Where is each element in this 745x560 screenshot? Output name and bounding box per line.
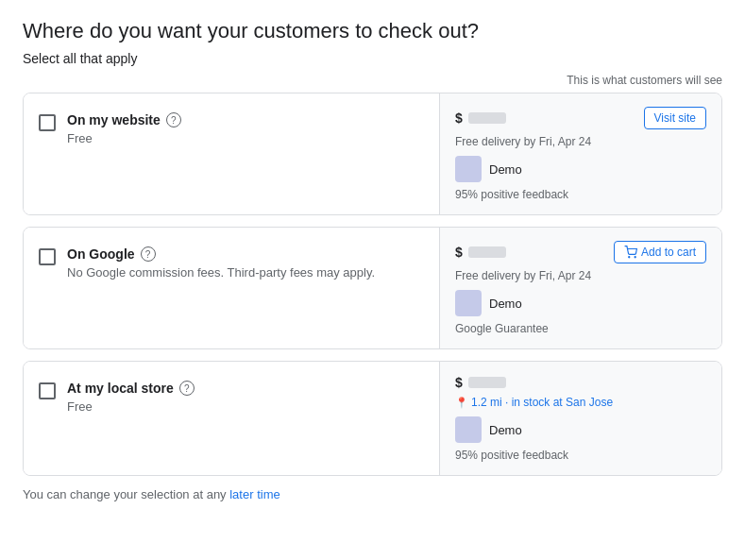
page-title: Where do you want your customers to chec… <box>23 19 722 43</box>
option-title-row-google: On Google ? <box>67 246 375 262</box>
visit-site-button[interactable]: Visit site <box>644 107 706 129</box>
price-row-google: $ <box>455 245 506 260</box>
option-text-google: On Google ? No Google commission fees. T… <box>67 246 375 280</box>
option-text-website: On my website ? Free <box>67 112 181 145</box>
feedback-text-website: 95% positive feedback <box>455 188 706 201</box>
preview-top-row-local: $ <box>455 375 706 390</box>
option-left-local: At my local store ? Free <box>24 362 439 475</box>
cart-icon <box>624 246 637 259</box>
option-title-google: On Google <box>67 246 135 262</box>
option-title-website: On my website <box>67 112 161 127</box>
price-placeholder-local <box>468 377 506 388</box>
option-preview-website: $ Visit site Free delivery by Fri, Apr 2… <box>439 93 721 214</box>
later-time-link[interactable]: later time <box>229 487 279 501</box>
seller-row-google: Demo <box>455 290 706 316</box>
page-subtitle: Select all that apply <box>23 51 722 66</box>
option-preview-google: $ Add to cart Free delivery by Fri, Apr … <box>439 228 721 348</box>
delivery-text-google: Free delivery by Fri, Apr 24 <box>455 269 706 282</box>
option-row-website: On my website ? Free $ Visit site Free d… <box>23 93 722 215</box>
seller-row-website: Demo <box>455 156 706 182</box>
option-preview-local: $ 📍 1.2 mi · in stock at San Jose Demo 9… <box>439 362 721 475</box>
option-left-google: On Google ? No Google commission fees. T… <box>24 228 439 348</box>
price-row-website: $ <box>455 110 506 126</box>
location-text-local: 📍 1.2 mi · in stock at San Jose <box>455 396 706 409</box>
preview-top-row-google: $ Add to cart <box>455 241 706 263</box>
seller-avatar-local <box>455 416 482 443</box>
seller-name-website: Demo <box>489 162 522 177</box>
feedback-text-google: Google Guarantee <box>455 322 706 335</box>
dollar-sign-google: $ <box>455 245 463 260</box>
price-row-local: $ <box>455 375 506 390</box>
option-title-local: At my local store <box>67 381 174 396</box>
svg-point-1 <box>635 257 635 258</box>
dollar-sign-website: $ <box>455 110 463 126</box>
option-row-google: On Google ? No Google commission fees. T… <box>23 227 722 349</box>
delivery-text-website: Free delivery by Fri, Apr 24 <box>455 135 706 148</box>
option-desc-google: No Google commission fees. Third-party f… <box>67 265 375 280</box>
option-desc-local: Free <box>67 399 195 414</box>
help-icon-local[interactable]: ? <box>179 381 195 396</box>
option-row-local: At my local store ? Free $ 📍 1.2 mi · in… <box>23 361 722 476</box>
seller-name-google: Demo <box>489 297 522 311</box>
feedback-text-local: 95% positive feedback <box>455 449 706 462</box>
checkbox-wrapper-local <box>39 382 56 399</box>
option-desc-website: Free <box>67 131 181 145</box>
help-icon-website[interactable]: ? <box>166 112 181 127</box>
price-placeholder-website <box>468 112 506 124</box>
seller-name-local: Demo <box>489 423 522 437</box>
checkbox-wrapper-website <box>39 114 56 131</box>
seller-row-local: Demo <box>455 416 706 443</box>
add-to-cart-button[interactable]: Add to cart <box>614 241 706 263</box>
option-text-local: At my local store ? Free <box>67 381 195 414</box>
checkbox-website[interactable] <box>39 114 56 131</box>
preview-top-row-website: $ Visit site <box>455 107 706 129</box>
svg-point-0 <box>629 257 630 258</box>
option-title-row-website: On my website ? <box>67 112 181 127</box>
preview-label: This is what customers will see <box>23 74 722 87</box>
checkbox-local[interactable] <box>39 382 56 399</box>
help-icon-google[interactable]: ? <box>141 246 156 262</box>
price-placeholder-google <box>468 246 506 258</box>
dollar-sign-local: $ <box>455 375 463 390</box>
checkbox-wrapper-google <box>39 248 56 265</box>
seller-avatar-website <box>455 156 482 182</box>
checkbox-google[interactable] <box>39 248 56 265</box>
option-title-row-local: At my local store ? <box>67 381 195 396</box>
seller-avatar-google <box>455 290 482 316</box>
footer-note: You can change your selection at any lat… <box>23 487 722 501</box>
pin-icon: 📍 <box>455 397 468 409</box>
option-left-website: On my website ? Free <box>24 93 439 214</box>
